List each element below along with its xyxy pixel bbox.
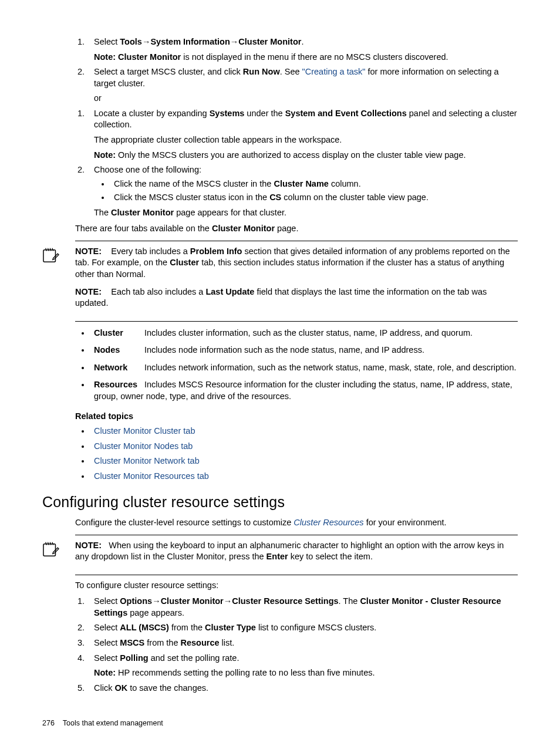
tab-resources: Resources Includes MSCS Resource informa… — [90, 379, 518, 402]
section2-intro: Configure the cluster-level resource set… — [75, 517, 518, 529]
cluster-resources-link[interactable]: Cluster Resources — [294, 518, 363, 527]
text: . The — [339, 596, 360, 606]
tabs-list: Cluster Includes cluster information, su… — [85, 328, 518, 403]
link-cluster-tab[interactable]: Cluster Monitor Cluster tab — [94, 426, 195, 436]
text: Choose one of the following: — [94, 165, 201, 174]
text: page appears for that cluster. — [174, 208, 286, 217]
tab-desc: Includes MSCS Resource information for t… — [94, 380, 512, 401]
step-a1: Select Tools→System Information→Cluster … — [87, 36, 518, 63]
text: column on the cluster table view page. — [281, 193, 429, 202]
systems-label: Systems — [210, 109, 245, 118]
text: Select — [94, 37, 120, 46]
cluster-name-col: Cluster Name — [274, 179, 328, 188]
step-b2: Choose one of the following: Click the n… — [87, 164, 518, 218]
link-item: Cluster Monitor Cluster tab — [90, 426, 518, 437]
text: page. — [275, 224, 298, 233]
link-nodes-tab[interactable]: Cluster Monitor Nodes tab — [94, 441, 193, 451]
menu-path-sysinfo: System Information — [150, 37, 230, 46]
text: Each tab also includes a — [111, 287, 205, 296]
text: Select — [94, 653, 120, 663]
mscs-label: MSCS — [120, 638, 144, 647]
link-item: Cluster Monitor Resources tab — [90, 471, 518, 482]
cluster-monitor-label: Cluster Monitor — [212, 224, 275, 233]
tab-label: Nodes — [94, 345, 142, 356]
svg-rect-0 — [43, 250, 56, 262]
note-block-1: NOTE: Every tab includes a Problem Info … — [42, 246, 518, 315]
tabs-intro: There are four tabs available on the Clu… — [75, 223, 518, 235]
text: page appears. — [127, 608, 184, 617]
note-label: NOTE: — [75, 287, 102, 296]
procedure-list-c: Select Options→Cluster Monitor→Cluster R… — [75, 596, 518, 694]
step-c4: Select Polling and set the polling rate.… — [87, 653, 518, 679]
ok-label: OK — [114, 683, 127, 693]
step-c4-note: Note: HP recommends setting the polling … — [94, 667, 518, 679]
text: Only the MSCS clusters you are authorize… — [116, 150, 465, 160]
link-resources-tab[interactable]: Cluster Monitor Resources tab — [94, 471, 209, 481]
tab-desc: Includes network information, such as th… — [144, 363, 516, 372]
page-footer: 276Tools that extend management — [42, 718, 163, 728]
text: . See — [280, 67, 302, 76]
text: column. — [329, 179, 361, 188]
menu-options: Options — [120, 596, 152, 606]
note-label: Note: — [94, 150, 116, 160]
tab-desc: Includes node information such as the no… — [144, 345, 424, 355]
text: Locate a cluster by expanding — [94, 109, 210, 118]
menu-path-tools: Tools — [120, 37, 142, 46]
text: is not displayed in the menu if there ar… — [181, 52, 448, 62]
tab-label: Network — [94, 362, 142, 374]
run-now-label: Run Now — [243, 67, 280, 76]
text: for your environment. — [364, 518, 447, 527]
text: from the — [144, 638, 180, 647]
enter-key-label: Enter — [266, 552, 288, 561]
divider — [75, 535, 518, 535]
text: . — [301, 37, 303, 46]
divider — [75, 575, 518, 575]
note-2: NOTE: Each tab also includes a Last Upda… — [75, 286, 518, 309]
text: Select — [94, 638, 120, 647]
cluster-type-label: Cluster Type — [205, 623, 256, 632]
text: Click — [94, 683, 114, 693]
note-label: Note: Cluster Monitor — [94, 52, 181, 62]
last-update-label: Last Update — [205, 287, 254, 296]
step-a1-note: Note: Cluster Monitor is not displayed i… — [94, 52, 518, 63]
link-network-tab[interactable]: Cluster Monitor Network tab — [94, 456, 200, 465]
step-a2: Select a target MSCS cluster, and click … — [87, 66, 518, 89]
step-b2-result: The Cluster Monitor page appears for tha… — [94, 207, 518, 219]
tab-network: Network Includes network information, su… — [90, 362, 518, 374]
step-c2: Select ALL (MSCS) from the Cluster Type … — [87, 622, 518, 634]
footer-title: Tools that extend management — [63, 719, 163, 727]
related-links: Cluster Monitor Cluster tab Cluster Moni… — [85, 426, 518, 482]
text: from the — [169, 623, 205, 632]
text: under the — [244, 109, 285, 118]
note-icon — [42, 540, 75, 569]
document-page: Select Tools→System Information→Cluster … — [0, 0, 560, 746]
polling-label: Polling — [120, 653, 148, 663]
text: Select a target MSCS cluster, and click — [94, 67, 243, 76]
text: list to configure MSCS clusters. — [256, 623, 377, 632]
step-b1: Locate a cluster by expanding Systems un… — [87, 108, 518, 161]
procedure-list-a: Select Tools→System Information→Cluster … — [75, 36, 518, 89]
menu-path-clustermon: Cluster Monitor — [238, 37, 301, 46]
or-separator: or — [94, 93, 518, 104]
choice-1: Click the name of the MSCS cluster in th… — [110, 178, 518, 190]
choice-2: Click the MSCS cluster status icon in th… — [110, 192, 518, 204]
section-heading: Configuring cluster resource settings — [42, 492, 518, 512]
text: The — [94, 208, 111, 217]
menu-cluster-monitor: Cluster Monitor — [161, 596, 224, 606]
step-c5: Click OK to save the changes. — [87, 683, 518, 694]
text: Click the MSCS cluster status icon in th… — [114, 193, 269, 202]
section2-lead: To configure cluster resource settings: — [75, 580, 518, 592]
note-icon — [42, 246, 75, 315]
cluster-label: Cluster — [170, 258, 199, 267]
tab-label: Cluster — [94, 328, 142, 339]
creating-task-link[interactable]: "Creating a task" — [302, 67, 366, 76]
related-topics-heading: Related topics — [75, 411, 518, 423]
tab-nodes: Nodes Includes node information such as … — [90, 345, 518, 356]
cluster-monitor-label: Cluster Monitor — [111, 208, 174, 217]
page-number: 276 — [42, 719, 55, 727]
link-item: Cluster Monitor Nodes tab — [90, 441, 518, 453]
text: HP recommends setting the polling rate t… — [116, 668, 375, 677]
all-mscs-label: ALL (MSCS) — [120, 623, 169, 632]
menu-resource-settings: Cluster Resource Settings — [232, 596, 338, 606]
divider — [75, 321, 518, 322]
